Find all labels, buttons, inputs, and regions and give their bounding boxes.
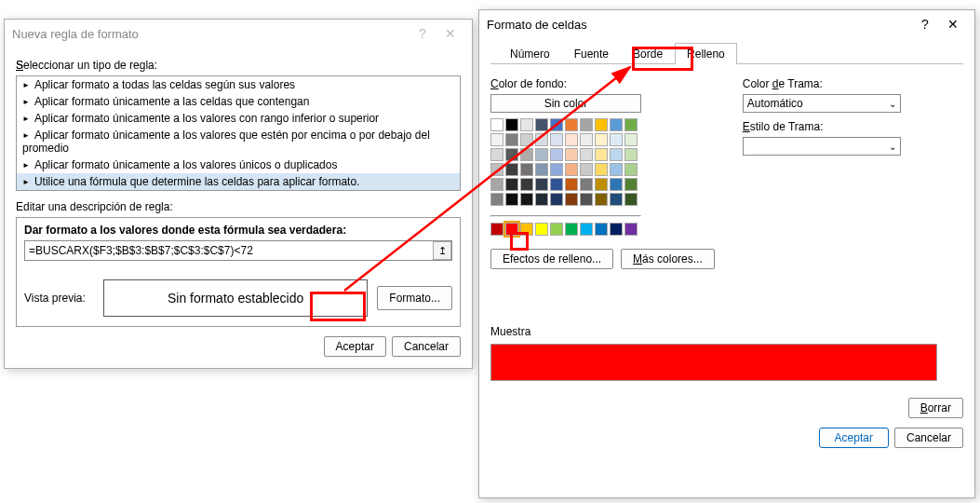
color-swatch[interactable] <box>565 178 578 191</box>
help-icon[interactable]: ? <box>409 26 436 41</box>
bg-color-label: Color de fondo: <box>490 77 715 90</box>
color-swatch[interactable] <box>520 148 533 161</box>
color-swatch[interactable] <box>595 148 608 161</box>
color-swatch[interactable] <box>580 223 593 236</box>
ok-button[interactable]: Aceptar <box>324 336 386 357</box>
rule-option[interactable]: Utilice una fórmula que determine las ce… <box>17 173 460 190</box>
color-swatch[interactable] <box>505 163 518 176</box>
color-swatch[interactable] <box>520 163 533 176</box>
format-button[interactable]: Formato... <box>377 286 452 310</box>
color-swatch[interactable] <box>490 223 503 236</box>
tab-relleno[interactable]: Relleno <box>675 43 737 64</box>
rule-option[interactable]: Aplicar formato únicamente a las celdas … <box>17 93 460 110</box>
color-swatch[interactable] <box>520 223 533 236</box>
color-swatch[interactable] <box>580 118 593 131</box>
color-swatch[interactable] <box>535 118 548 131</box>
no-color-button[interactable]: Sin color <box>490 94 641 113</box>
color-swatch[interactable] <box>565 223 578 236</box>
tab-numero[interactable]: Número <box>498 43 562 64</box>
color-swatch[interactable] <box>490 178 503 191</box>
color-swatch[interactable] <box>520 133 533 146</box>
chevron-down-icon: ⌄ <box>889 142 896 152</box>
color-swatch[interactable] <box>580 193 593 206</box>
cancel-button[interactable]: Cancelar <box>392 336 461 357</box>
color-swatch[interactable] <box>565 148 578 161</box>
color-swatch[interactable] <box>610 148 623 161</box>
color-swatch[interactable] <box>624 178 638 191</box>
color-swatch[interactable] <box>520 118 533 131</box>
color-swatch[interactable] <box>580 178 593 191</box>
color-swatch[interactable] <box>535 148 548 161</box>
formula-label: Dar formato a los valores donde esta fór… <box>24 224 452 237</box>
cancel-button[interactable]: Cancelar <box>894 428 963 448</box>
color-swatch[interactable] <box>580 148 593 161</box>
color-swatch[interactable] <box>520 178 533 191</box>
collapse-dialog-icon[interactable]: ↥ <box>433 241 451 260</box>
color-swatch[interactable] <box>490 148 503 161</box>
rule-option[interactable]: Aplicar formato a todas las celdas según… <box>17 76 460 93</box>
clear-button[interactable]: Borrar <box>908 398 963 418</box>
color-swatch[interactable] <box>565 163 578 176</box>
close-icon[interactable]: ✕ <box>436 26 464 41</box>
color-swatch[interactable] <box>610 163 623 176</box>
color-swatch[interactable] <box>565 133 578 146</box>
color-swatch[interactable] <box>610 193 623 206</box>
formula-input[interactable] <box>24 240 452 261</box>
color-swatch[interactable] <box>505 133 518 146</box>
color-swatch[interactable] <box>505 148 518 161</box>
pattern-color-dropdown[interactable]: Automático ⌄ <box>743 94 901 113</box>
rule-option[interactable]: Aplicar formato únicamente a los valores… <box>17 127 460 156</box>
color-swatch[interactable] <box>550 118 563 131</box>
color-swatch[interactable] <box>565 193 578 206</box>
ok-button[interactable]: Aceptar <box>819 428 889 448</box>
color-swatch[interactable] <box>505 193 518 206</box>
color-swatch[interactable] <box>610 118 623 131</box>
color-swatch[interactable] <box>535 163 548 176</box>
color-swatch[interactable] <box>550 178 563 191</box>
color-swatch[interactable] <box>490 193 503 206</box>
tab-borde[interactable]: Borde <box>621 43 675 64</box>
color-swatch[interactable] <box>624 193 638 206</box>
pattern-style-dropdown[interactable]: ⌄ <box>743 137 901 156</box>
color-swatch[interactable] <box>624 133 638 146</box>
color-swatch[interactable] <box>505 118 518 131</box>
color-swatch[interactable] <box>550 148 563 161</box>
color-swatch[interactable] <box>550 163 563 176</box>
color-swatch[interactable] <box>624 223 638 236</box>
color-swatch[interactable] <box>610 178 623 191</box>
color-swatch[interactable] <box>595 163 608 176</box>
color-swatch[interactable] <box>535 193 548 206</box>
color-swatch[interactable] <box>535 223 548 236</box>
color-swatch[interactable] <box>595 118 608 131</box>
color-swatch[interactable] <box>520 193 533 206</box>
more-colors-button[interactable]: Más colores... <box>621 249 715 269</box>
color-swatch[interactable] <box>535 133 548 146</box>
color-swatch[interactable] <box>550 133 563 146</box>
color-swatch[interactable] <box>490 163 503 176</box>
color-swatch[interactable] <box>550 223 563 236</box>
rule-option[interactable]: Aplicar formato únicamente a los valores… <box>17 156 460 173</box>
color-swatch[interactable] <box>610 133 623 146</box>
color-swatch[interactable] <box>624 148 638 161</box>
color-swatch[interactable] <box>595 193 608 206</box>
fill-effects-button[interactable]: Efectos de relleno... <box>490 249 613 269</box>
color-swatch[interactable] <box>624 163 638 176</box>
color-swatch[interactable] <box>580 133 593 146</box>
color-swatch[interactable] <box>610 223 623 236</box>
color-swatch[interactable] <box>580 163 593 176</box>
color-swatch[interactable] <box>595 223 608 236</box>
help-icon[interactable]: ? <box>911 17 939 32</box>
color-swatch[interactable] <box>505 178 518 191</box>
color-swatch[interactable] <box>595 178 608 191</box>
color-swatch[interactable] <box>565 118 578 131</box>
color-swatch[interactable] <box>624 118 638 131</box>
color-swatch[interactable] <box>550 193 563 206</box>
close-icon[interactable]: ✕ <box>939 17 967 32</box>
color-swatch[interactable] <box>535 178 548 191</box>
tab-fuente[interactable]: Fuente <box>562 43 621 64</box>
rule-option[interactable]: Aplicar formato únicamente a los valores… <box>17 110 460 127</box>
color-swatch[interactable] <box>505 223 518 236</box>
color-swatch[interactable] <box>595 133 608 146</box>
color-swatch[interactable] <box>490 118 503 131</box>
color-swatch[interactable] <box>490 133 503 146</box>
